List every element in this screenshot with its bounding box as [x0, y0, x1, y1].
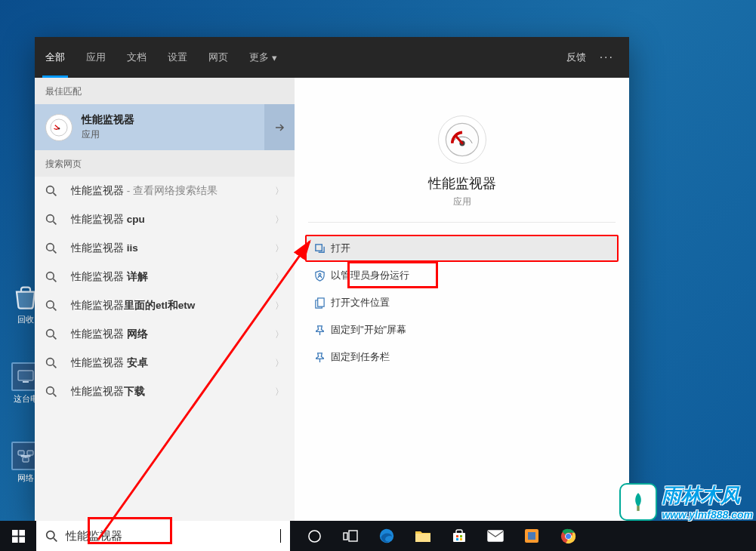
open-icon — [314, 243, 331, 254]
microsoft-store-icon[interactable] — [441, 521, 477, 551]
taskbar-search-box[interactable]: 性能监视器 — [36, 521, 290, 551]
svg-rect-49 — [460, 538, 462, 540]
gauge-icon — [45, 114, 73, 141]
tab-web[interactable]: 网页 — [198, 37, 239, 78]
action-label: 固定到"开始"屏幕 — [331, 323, 406, 337]
web-search-suggestion[interactable]: 性能监视器 安卓〉 — [35, 349, 295, 377]
chevron-right-icon: 〉 — [275, 271, 284, 284]
suggestion-text: 性能监视器 详解 — [71, 270, 270, 284]
search-panel-header: 全部 应用 文档 设置 网页 更多▾ 反馈 ··· — [35, 37, 629, 78]
svg-rect-27 — [316, 244, 322, 250]
chevron-right-icon: 〉 — [275, 328, 284, 341]
svg-point-12 — [47, 244, 54, 251]
web-search-suggestion[interactable]: 性能监视器 cpu〉 — [35, 205, 295, 234]
svg-line-39 — [54, 538, 57, 541]
svg-point-20 — [47, 359, 54, 366]
svg-rect-41 — [344, 533, 347, 540]
suggestion-text: 性能监视器里面的etl和etw — [71, 299, 270, 312]
suggestion-text: 性能监视器 安卓 — [71, 356, 270, 370]
web-search-suggestion[interactable]: 性能监视器 详解〉 — [35, 263, 295, 291]
tab-apps[interactable]: 应用 — [76, 37, 116, 78]
windows-search-panel: 全部 应用 文档 设置 网页 更多▾ 反馈 ··· 最佳匹配 性能监视器 应用 — [35, 37, 629, 521]
start-button[interactable] — [0, 521, 36, 551]
svg-rect-35 — [19, 530, 25, 536]
web-search-suggestion[interactable]: 性能监视器下载〉 — [35, 377, 295, 406]
more-options-icon[interactable]: ··· — [600, 51, 614, 64]
svg-line-23 — [53, 393, 56, 396]
best-match-result[interactable]: 性能监视器 应用 — [35, 104, 295, 150]
admin-icon — [314, 270, 331, 282]
svg-rect-1 — [23, 381, 29, 383]
tab-more[interactable]: 更多▾ — [239, 37, 288, 78]
section-best-match: 最佳匹配 — [35, 78, 295, 104]
svg-line-15 — [53, 279, 56, 282]
chevron-right-icon: 〉 — [275, 386, 284, 399]
search-icon — [45, 386, 60, 398]
feedback-link[interactable]: 反馈 — [566, 51, 586, 64]
file-explorer-icon[interactable] — [405, 521, 441, 551]
action-label: 以管理员身份运行 — [331, 269, 409, 282]
chevron-right-icon: 〉 — [275, 214, 284, 226]
taskbar: 性能监视器 — [0, 521, 756, 551]
watermark-text: 雨林木风 — [662, 482, 753, 509]
svg-rect-37 — [19, 537, 25, 543]
action-label: 打开文件位置 — [331, 296, 390, 309]
chevron-right-icon: 〉 — [275, 357, 284, 370]
action-pin-start[interactable]: 固定到"开始"屏幕 — [305, 316, 619, 343]
preview-app-title: 性能监视器 — [295, 174, 629, 192]
cortana-icon[interactable] — [296, 521, 332, 551]
action-open[interactable]: 打开 — [305, 235, 619, 262]
chevron-right-icon: 〉 — [275, 185, 284, 198]
edge-browser-icon[interactable] — [369, 521, 405, 551]
expand-arrow-icon[interactable] — [264, 104, 295, 150]
search-icon — [45, 328, 60, 340]
action-pin-taskbar[interactable]: 固定到任务栏 — [305, 343, 619, 371]
search-icon — [45, 214, 60, 226]
web-search-suggestion[interactable]: 性能监视器 网络〉 — [35, 320, 295, 349]
suggestion-text: 性能监视器 网络 — [71, 328, 270, 341]
svg-rect-50 — [488, 531, 503, 541]
search-icon — [45, 271, 60, 283]
action-folder[interactable]: 打开文件位置 — [305, 289, 619, 316]
svg-rect-48 — [456, 538, 458, 540]
preview-app-subtitle: 应用 — [295, 195, 629, 208]
task-view-icon[interactable] — [332, 521, 369, 551]
svg-line-19 — [53, 336, 56, 339]
svg-rect-44 — [415, 534, 430, 542]
web-search-suggestion[interactable]: 性能监视器里面的etl和etw〉 — [35, 291, 295, 320]
chrome-icon[interactable] — [550, 521, 586, 551]
preview-actions: 打开以管理员身份运行打开文件位置固定到"开始"屏幕固定到任务栏 — [295, 226, 629, 380]
svg-point-22 — [47, 387, 54, 395]
svg-point-28 — [319, 273, 321, 276]
vmware-icon[interactable] — [514, 521, 550, 551]
action-admin[interactable]: 以管理员身份运行 — [305, 262, 619, 289]
search-icon — [45, 242, 60, 254]
svg-rect-29 — [318, 297, 324, 306]
svg-point-16 — [47, 301, 54, 309]
web-search-suggestion[interactable]: 性能监视器 iis〉 — [35, 234, 295, 263]
web-search-suggestion[interactable]: 性能监视器 - 查看网络搜索结果〉 — [35, 177, 295, 205]
best-match-title: 性能监视器 — [82, 113, 134, 127]
search-icon — [45, 357, 60, 369]
svg-point-18 — [47, 330, 54, 337]
svg-rect-52 — [528, 532, 535, 540]
svg-point-24 — [446, 123, 478, 155]
watermark: 雨林木风 www.ylmf888.com — [619, 482, 753, 521]
suggestion-text: 性能监视器下载 — [71, 385, 270, 399]
svg-rect-36 — [12, 537, 18, 543]
tab-settings[interactable]: 设置 — [157, 37, 198, 78]
mail-icon[interactable] — [477, 521, 514, 551]
result-preview-column: 性能监视器 应用 打开以管理员身份运行打开文件位置固定到"开始"屏幕固定到任务栏 — [295, 78, 629, 521]
pin-start-icon — [314, 325, 331, 336]
svg-point-10 — [47, 215, 54, 223]
search-results-column: 最佳匹配 性能监视器 应用 搜索网页 性能监视器 - 查看网络搜索结果〉性能监视… — [35, 78, 295, 521]
watermark-url: www.ylmf888.com — [662, 509, 753, 521]
svg-rect-42 — [349, 531, 357, 541]
search-filter-tabs: 全部 应用 文档 设置 网页 更多▾ — [35, 37, 288, 78]
chevron-right-icon: 〉 — [275, 242, 284, 255]
svg-rect-0 — [18, 371, 33, 380]
svg-point-55 — [566, 534, 571, 539]
svg-line-9 — [53, 192, 56, 195]
tab-documents[interactable]: 文档 — [116, 37, 157, 78]
tab-all[interactable]: 全部 — [35, 37, 76, 78]
